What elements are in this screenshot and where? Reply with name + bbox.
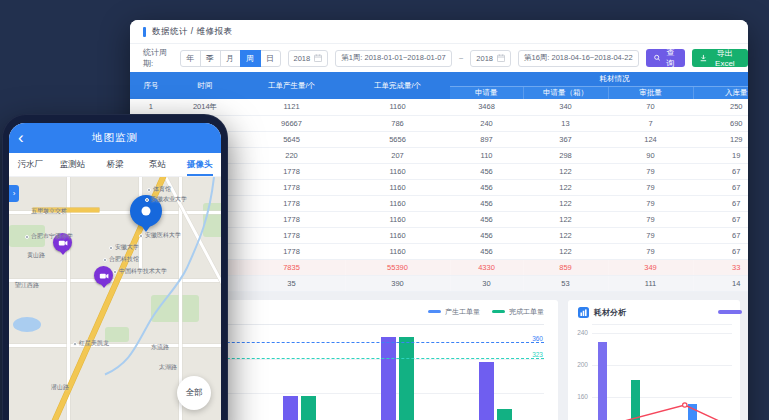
table-cell: 1778 xyxy=(238,179,345,195)
column-header: 工单产生量/个 xyxy=(238,72,345,99)
table-cell: 67 xyxy=(693,227,748,243)
avg-cell: 390 xyxy=(345,275,450,291)
sub-column-header: 审批量 xyxy=(608,86,693,99)
start-week-input[interactable]: 第1周: 2018-01-01~2018-01-07 xyxy=(335,50,451,67)
phone-screen: ‹ 地图监测 污水厂监测站桥梁泵站摄像头 › xyxy=(9,123,221,420)
table-cell: 5656 xyxy=(345,131,450,147)
table-cell: 1160 xyxy=(345,227,450,243)
table-cell: 79 xyxy=(608,227,693,243)
table-cell: 786 xyxy=(345,115,450,131)
table-row[interactable]: 12014年11211160346834070250 xyxy=(130,99,748,115)
period-option-年[interactable]: 年 xyxy=(180,50,201,67)
table-cell: 250 xyxy=(693,99,748,115)
bar-产生工单量[interactable] xyxy=(479,362,494,420)
table-cell: 1778 xyxy=(238,243,345,259)
map-label: 安徽医科大学 xyxy=(139,231,181,240)
table-cell: 79 xyxy=(608,179,693,195)
phone-tab-摄像头[interactable]: 摄像头 xyxy=(179,153,221,176)
table-cell: 79 xyxy=(608,163,693,179)
legend-label: 完成工单量 xyxy=(509,307,544,317)
start-year-picker[interactable]: 2018 xyxy=(288,50,329,67)
table-cell: 456 xyxy=(450,163,523,179)
column-header: 工单完成量/个 xyxy=(345,72,450,99)
table-cell: 1160 xyxy=(345,163,450,179)
end-year-value: 2018 xyxy=(476,54,493,63)
map-label: 中国科学技术大学 xyxy=(113,267,167,276)
consumables-chart-panel: 耗材分析 2402001601208040 xyxy=(568,300,740,420)
map-label: 体育馆 xyxy=(147,185,171,194)
end-week-input[interactable]: 第16周: 2018-04-16~2018-04-22 xyxy=(518,50,639,67)
map-label: 合肥科技馆 xyxy=(103,255,139,264)
map-view[interactable]: › 全部 体育馆安徽农业大学五里墩立交桥合肥市宁溪小学安徽医科大学安徽大学合肥科… xyxy=(9,177,221,420)
legend-swatch xyxy=(492,310,505,313)
consumables-chart-title: 耗材分析 xyxy=(594,307,626,318)
consumables-chart-header: 耗材分析 xyxy=(572,305,732,320)
legend-item[interactable]: 产生工单量 xyxy=(428,307,480,317)
table-cell: 67 xyxy=(693,243,748,259)
map-label: 红星美凯龙 xyxy=(73,339,109,348)
map-expand-toggle[interactable]: › xyxy=(9,185,19,202)
phone-tab-泵站[interactable]: 泵站 xyxy=(136,153,178,176)
period-option-周[interactable]: 周 xyxy=(240,50,261,67)
filter-bar: 统计周期: 年季月周日 2018 第1周: 2018-01-01~2018-01… xyxy=(130,44,748,72)
table-cell: 340 xyxy=(523,99,608,115)
table-cell: 122 xyxy=(523,211,608,227)
start-year-value: 2018 xyxy=(294,54,311,63)
breadcrumb-accent-bar xyxy=(143,27,146,37)
avg-cell: 35 xyxy=(238,275,345,291)
table-cell: 298 xyxy=(523,147,608,163)
search-button[interactable]: 查询 xyxy=(646,49,685,67)
map-label: 东流路 xyxy=(151,343,169,352)
poi-dot xyxy=(109,246,113,250)
show-all-button[interactable]: 全部 xyxy=(177,376,211,410)
period-option-月[interactable]: 月 xyxy=(220,50,241,67)
phone-tab-桥梁[interactable]: 桥梁 xyxy=(94,153,136,176)
y-axis-tick: 160 xyxy=(577,392,588,399)
table-cell: 456 xyxy=(450,243,523,259)
table-cell: 67 xyxy=(693,179,748,195)
table-cell: 79 xyxy=(608,243,693,259)
sub-column-header: 入库量 xyxy=(693,86,748,99)
bar-完成工单量[interactable] xyxy=(301,396,316,420)
avg-cell: 30 xyxy=(450,275,523,291)
poi-dot xyxy=(145,198,149,202)
poi-dot xyxy=(103,258,107,262)
map-label: 安徽农业大学 xyxy=(145,195,187,204)
bar-完成工单量[interactable] xyxy=(399,337,414,420)
avg-cell: 53 xyxy=(523,275,608,291)
period-option-日[interactable]: 日 xyxy=(260,50,281,67)
y-axis-tick: 200 xyxy=(577,360,588,367)
calendar-icon xyxy=(497,54,505,62)
table-cell: 129 xyxy=(693,131,748,147)
end-week-value: 第16周: 2018-04-16~2018-04-22 xyxy=(524,53,633,63)
table-cell: 67 xyxy=(693,195,748,211)
table-cell: 110 xyxy=(450,147,523,163)
breadcrumb: 数据统计 / 维修报表 xyxy=(130,20,748,44)
bar-完成工单量[interactable] xyxy=(497,409,512,420)
sub-column-header: 申请量（箱） xyxy=(523,86,608,99)
y-axis-tick: 240 xyxy=(577,328,588,335)
table-cell: 240 xyxy=(450,115,523,131)
period-segmented-control: 年季月周日 xyxy=(180,50,281,67)
table-cell: 67 xyxy=(693,211,748,227)
range-separator: ~ xyxy=(459,54,464,63)
trend-line xyxy=(592,325,732,420)
phone-tab-污水厂[interactable]: 污水厂 xyxy=(9,153,51,176)
period-option-季[interactable]: 季 xyxy=(200,50,221,67)
table-cell: 207 xyxy=(345,147,450,163)
bar-产生工单量[interactable] xyxy=(283,396,298,420)
legend-item[interactable]: 完成工单量 xyxy=(492,307,544,317)
total-cell: 349 xyxy=(608,259,693,275)
poi-dot xyxy=(73,342,77,346)
consumables-plot-wrap: 2402001601208040 xyxy=(572,324,732,420)
back-chevron-icon[interactable]: ‹ xyxy=(18,125,24,151)
reference-line-label: 360 xyxy=(532,335,543,342)
table-cell: 122 xyxy=(523,163,608,179)
bar-产生工单量[interactable] xyxy=(381,337,396,420)
table-cell: 124 xyxy=(608,131,693,147)
camera-marker[interactable] xyxy=(94,266,113,285)
table-cell: 122 xyxy=(523,195,608,211)
export-excel-button[interactable]: 导出Excel xyxy=(692,49,748,67)
end-year-picker[interactable]: 2018 xyxy=(470,50,511,67)
phone-tab-监测站[interactable]: 监测站 xyxy=(51,153,93,176)
